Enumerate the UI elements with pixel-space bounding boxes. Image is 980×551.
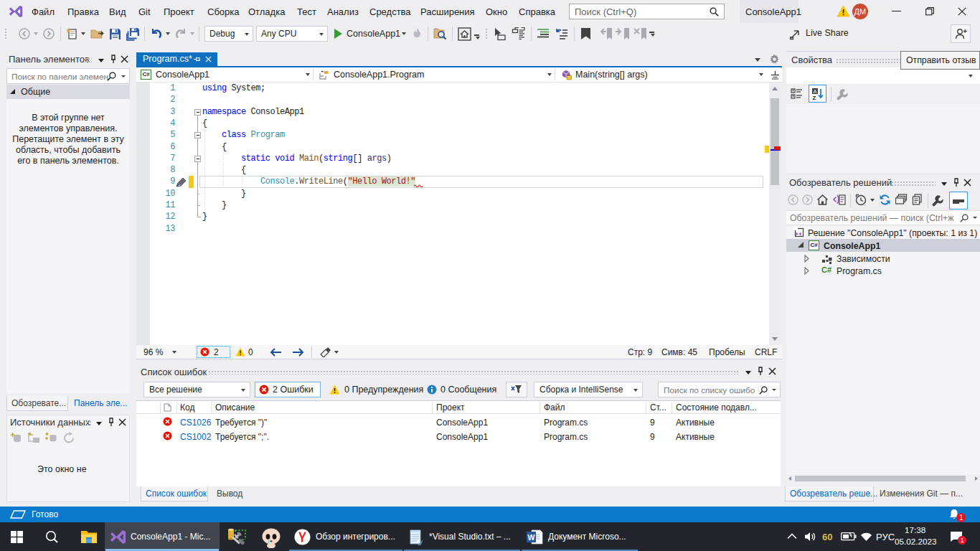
- svg-text:W: W: [528, 533, 535, 542]
- svg-text:Z: Z: [813, 95, 816, 101]
